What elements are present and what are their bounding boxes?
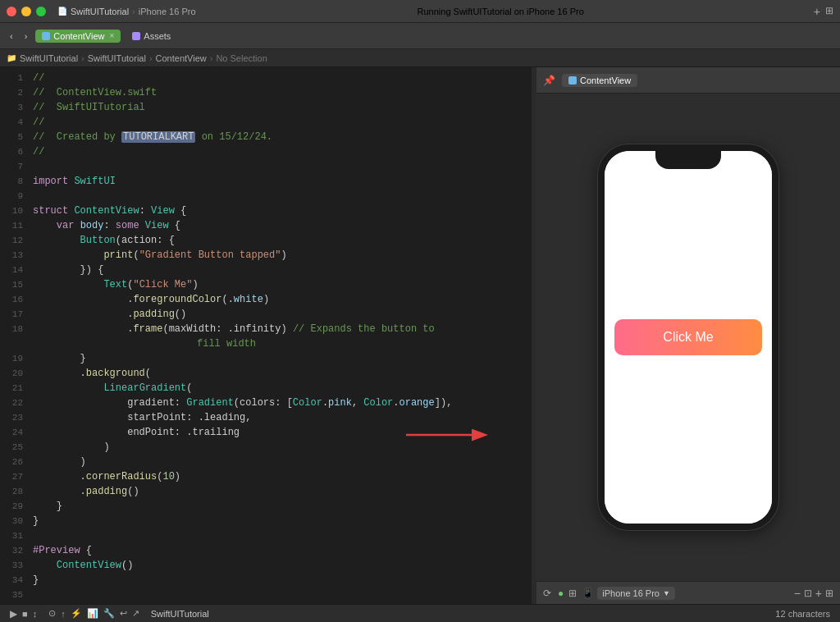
preview-controls-right: − ⊡ + ⊞ xyxy=(794,587,833,600)
close-tab-icon[interactable]: × xyxy=(110,31,115,40)
zoom-reset-icon[interactable]: ⊞ xyxy=(825,588,833,599)
pin-icon[interactable]: 📌 xyxy=(543,75,555,86)
project-name: SwiftUITutorial xyxy=(151,609,209,619)
device-label: iPhone 16 Pro xyxy=(602,588,660,598)
locate-icon[interactable]: ↗ xyxy=(132,608,139,619)
code-line-31: 31 xyxy=(0,528,532,543)
phone-frame: Click Me xyxy=(598,144,778,530)
code-line-32: 32 #Preview { xyxy=(0,543,532,558)
code-line-35: 35 xyxy=(0,588,532,602)
profiler-icon[interactable]: 📊 xyxy=(87,608,98,619)
code-line-19: 19 } xyxy=(0,351,532,366)
assets-tab[interactable]: Assets xyxy=(126,30,177,43)
breadcrumb-project[interactable]: SwiftUITutorial xyxy=(20,53,78,63)
breadcrumb-folder[interactable]: SwiftUITutorial xyxy=(88,53,146,63)
env-icon[interactable]: 🔧 xyxy=(103,608,115,619)
zoom-fit-icon[interactable]: ⊡ xyxy=(804,588,812,599)
code-line-34: 34 } xyxy=(0,573,532,588)
code-line-25: 25 ) xyxy=(0,440,532,455)
toolbar: ‹ › ContentView × Assets xyxy=(0,23,840,49)
code-line-9: 9 xyxy=(0,189,532,204)
device-selector[interactable]: iPhone 16 Pro ▼ xyxy=(597,587,675,600)
project-tab-label[interactable]: SwiftUITutorial xyxy=(71,7,129,16)
swift-file-icon xyxy=(42,32,50,40)
breadcrumb-sep-2: › xyxy=(149,53,153,63)
code-line-12: 12 Button(action: { xyxy=(0,233,532,248)
status-bar: ▶ ■ ↕ ⊙ ↑ ⚡ 📊 🔧 ↩ ↗ SwiftUITutorial 12 c… xyxy=(0,604,840,622)
swift-project-icon: 📁 xyxy=(7,53,16,62)
breadcrumb-sep-3: › xyxy=(210,53,213,63)
code-line-23: 23 startPoint: .leading, xyxy=(0,410,532,425)
swift-preview-icon xyxy=(568,76,577,85)
code-line-4: 4 // xyxy=(0,115,532,130)
nav-back-button[interactable]: ‹ xyxy=(7,30,16,43)
contentview-tab[interactable]: ContentView × xyxy=(35,30,121,43)
code-line-8: 8 import SwiftUI xyxy=(0,174,532,189)
code-line-22: 22 gradient: Gradient(colors: [Color.pin… xyxy=(0,396,532,410)
code-line-7: 7 xyxy=(0,159,532,174)
preview-device-icon[interactable]: 📱 xyxy=(582,588,594,599)
contentview-tab-label: ContentView xyxy=(53,31,104,41)
step-icon[interactable]: ↕ xyxy=(33,609,38,619)
code-line-28: 28 .padding() xyxy=(0,484,532,499)
code-editor[interactable]: 1 // 2 // ContentView.swift 3 // SwiftUI… xyxy=(0,67,532,604)
main-content: 1 // 2 // ContentView.swift 3 // SwiftUI… xyxy=(0,67,840,604)
code-line-30: 30 } xyxy=(0,514,532,528)
title-bar-right: + ⊞ xyxy=(814,5,833,18)
stop-button[interactable]: ■ xyxy=(22,609,28,619)
code-line-18b: fill width xyxy=(0,336,532,351)
share-icon[interactable]: ↑ xyxy=(61,609,66,619)
split-view-icon[interactable]: ⊞ xyxy=(825,5,833,18)
title-bar: 📄 SwiftUITutorial › iPhone 16 Pro Runnin… xyxy=(0,0,840,23)
preview-panel: 📌 ContentView Click Me ⟳ ● ⊞ xyxy=(536,67,840,604)
button-label: Click Me xyxy=(663,330,713,345)
breadcrumb-selection[interactable]: No Selection xyxy=(216,53,267,63)
code-line-1: 1 // xyxy=(0,71,532,85)
code-line-21: 21 LinearGradient( xyxy=(0,381,532,396)
preview-grid-icon[interactable]: ⊞ xyxy=(568,588,577,599)
preview-refresh-icon[interactable]: ⟳ xyxy=(543,588,551,599)
code-area[interactable]: 1 // 2 // ContentView.swift 3 // SwiftUI… xyxy=(0,67,532,604)
code-line-5: 5 // Created by TUTORIALKART on 15/12/24… xyxy=(0,130,532,144)
play-button[interactable]: ▶ xyxy=(10,608,17,620)
instruments-icon[interactable]: ⚡ xyxy=(71,608,82,619)
gradient-button-preview[interactable]: Click Me xyxy=(614,319,762,355)
preview-label-text: ContentView xyxy=(580,75,631,85)
phone-container: Click Me xyxy=(536,94,840,581)
zoom-in-icon[interactable]: + xyxy=(815,587,822,600)
title-bar-center: 📄 SwiftUITutorial › iPhone 16 Pro Runnin… xyxy=(57,7,802,16)
zoom-out-icon[interactable]: − xyxy=(794,587,801,600)
breadcrumb-file[interactable]: ContentView xyxy=(156,53,207,63)
code-line-18: 18 .frame(maxWidth: .infinity) // Expand… xyxy=(0,322,532,336)
minimize-button[interactable] xyxy=(21,7,31,16)
simulate-icon[interactable]: ↩ xyxy=(120,608,127,619)
code-line-3: 3 // SwiftUITutorial xyxy=(0,100,532,115)
code-line-15: 15 Text("Click Me") xyxy=(0,277,532,292)
running-label: Running SwiftUITutorial on iPhone 16 Pro xyxy=(199,7,802,16)
preview-header: 📌 ContentView xyxy=(536,67,840,94)
device-tab-label[interactable]: iPhone 16 Pro xyxy=(139,7,196,16)
preview-stop-icon[interactable]: ● xyxy=(558,588,564,599)
close-button[interactable] xyxy=(7,7,16,16)
chevron-down-icon: ▼ xyxy=(663,589,670,597)
code-line-11: 11 var body: some View { xyxy=(0,218,532,233)
code-line-27: 27 .cornerRadius(10) xyxy=(0,469,532,484)
breadcrumb-sep-1: › xyxy=(81,53,84,63)
code-line-24: 24 endPoint: .trailing xyxy=(0,425,532,440)
breakpoint-icon[interactable]: ⊙ xyxy=(48,608,56,619)
character-count: 12 characters xyxy=(775,609,830,619)
swift-icon: 📄 xyxy=(57,7,67,16)
preview-controls-left: ⟳ ● ⊞ 📱 iPhone 16 Pro ▼ xyxy=(543,587,675,600)
code-line-14: 14 }) { xyxy=(0,263,532,277)
code-line-16: 16 .foregroundColor(.white) xyxy=(0,292,532,307)
nav-forward-button[interactable]: › xyxy=(21,30,31,43)
breadcrumb: 📁 SwiftUITutorial › SwiftUITutorial › Co… xyxy=(0,49,840,67)
code-line-2: 2 // ContentView.swift xyxy=(0,85,532,100)
assets-tab-label: Assets xyxy=(144,31,171,41)
preview-bottom-toolbar: ⟳ ● ⊞ 📱 iPhone 16 Pro ▼ − ⊡ + ⊞ xyxy=(536,581,840,604)
code-line-17: 17 .padding() xyxy=(0,307,532,322)
traffic-lights xyxy=(7,7,46,16)
add-tab-icon[interactable]: + xyxy=(814,5,820,18)
code-line-26: 26 ) xyxy=(0,455,532,469)
maximize-button[interactable] xyxy=(36,7,46,16)
